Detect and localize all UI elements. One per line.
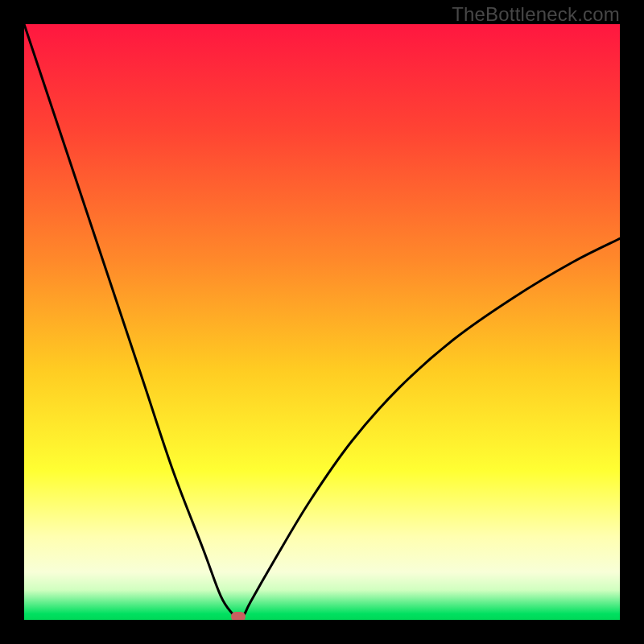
chart-curve <box>24 24 620 620</box>
chart-plot-area <box>24 24 620 620</box>
watermark-text: TheBottleneck.com <box>452 3 620 26</box>
curve-path <box>24 24 620 620</box>
optimal-point-marker <box>231 612 246 620</box>
